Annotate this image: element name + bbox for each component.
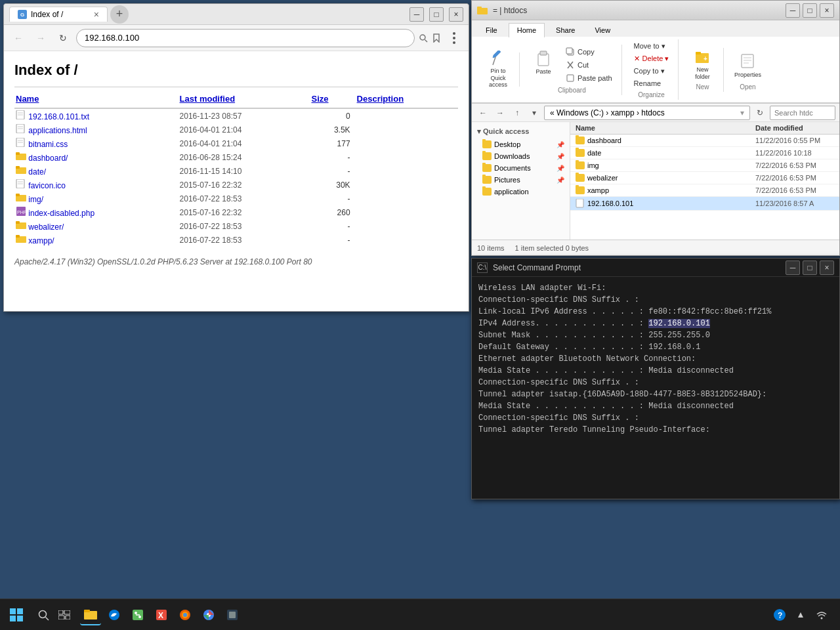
move-to-button[interactable]: Move to ▾ xyxy=(630,41,673,52)
maximize-button[interactable]: □ xyxy=(429,7,444,22)
back-button[interactable]: ← xyxy=(9,29,28,47)
tab-close-button[interactable]: × xyxy=(94,10,99,19)
taskbar-chrome[interactable] xyxy=(198,604,219,625)
file-link[interactable]: index-disabled.php xyxy=(28,209,94,218)
file-link[interactable]: date/ xyxy=(28,167,46,177)
explorer-list-item[interactable]: webalizer 7/22/2016 6:53 PM xyxy=(570,172,839,184)
file-modified-cell: 2016-04-01 21:04 xyxy=(178,123,310,136)
copy-button[interactable]: Copy xyxy=(562,46,616,58)
cmd-maximize-button[interactable]: □ xyxy=(803,261,817,275)
explorer-list-item[interactable]: xampp 7/22/2016 6:53 PM xyxy=(570,184,839,197)
file-link[interactable]: 192.168.0.101.txt xyxy=(28,112,89,121)
quick-access-header[interactable]: ▾ Quick access xyxy=(472,125,570,138)
folder-title-icon xyxy=(477,5,488,16)
ribbon-tab-home[interactable]: Home xyxy=(509,23,545,37)
forward-button[interactable]: → xyxy=(32,29,50,47)
exp-back-button[interactable]: ← xyxy=(476,106,490,120)
address-bar[interactable] xyxy=(76,29,415,47)
sidebar-item-documents[interactable]: Documents 📌 xyxy=(472,162,570,174)
control-panel-icon xyxy=(131,608,144,621)
start-button[interactable] xyxy=(0,599,33,631)
explorer-minimize-button[interactable]: ─ xyxy=(786,3,800,18)
file-link[interactable]: bitnami.css xyxy=(28,140,68,149)
pin-to-quick-access-button[interactable]: Pin to Quickaccess xyxy=(482,54,514,85)
cmd-close-button[interactable]: × xyxy=(820,261,834,275)
taskbar-app2[interactable] xyxy=(222,604,243,625)
copy-to-button[interactable]: Copy to ▾ xyxy=(630,66,673,77)
properties-label: Properties xyxy=(734,72,761,78)
table-row: xampp/ 2016-07-22 18:53 - xyxy=(14,233,458,247)
taskbar-firefox[interactable] xyxy=(175,604,196,625)
sidebar-label-desktop: Desktop xyxy=(494,140,520,148)
file-size-cell: 3.5K xyxy=(310,123,356,136)
svg-marker-2 xyxy=(434,34,439,42)
file-link[interactable]: img/ xyxy=(28,195,43,204)
close-button[interactable]: × xyxy=(449,7,463,22)
rename-button[interactable]: Rename xyxy=(630,78,673,89)
paste-path-button[interactable]: Paste path xyxy=(562,72,616,84)
col-header-modified[interactable]: Last modified xyxy=(178,93,310,108)
ribbon-tab-view[interactable]: View xyxy=(586,23,619,37)
cmd-minimize-button[interactable]: ─ xyxy=(786,261,800,275)
taskbar-file-explorer[interactable] xyxy=(80,604,101,625)
explorer-list-item[interactable]: 192.168.0.101 11/23/2016 8:57 A xyxy=(570,197,839,211)
sidebar-item-downloads[interactable]: Downloads 📌 xyxy=(472,150,570,162)
exp-recent-button[interactable]: ▾ xyxy=(527,106,541,120)
minimize-button[interactable]: ─ xyxy=(410,7,424,22)
file-name: webalizer xyxy=(587,174,618,182)
delete-button[interactable]: ✕ Delete ▾ xyxy=(630,53,673,64)
exp-refresh-button[interactable]: ↻ xyxy=(753,106,767,120)
svg-text:X: X xyxy=(158,611,163,620)
new-folder-button[interactable]: + Newfolder xyxy=(686,49,718,81)
reload-button[interactable]: ↻ xyxy=(54,29,72,47)
file-modified-cell: 2016-07-22 18:53 xyxy=(178,219,310,233)
search-taskbar-button[interactable] xyxy=(33,604,54,625)
search-input[interactable] xyxy=(770,106,835,120)
taskbar-control-panel[interactable] xyxy=(127,604,148,625)
page-title: Index of / xyxy=(14,62,458,79)
breadcrumb[interactable]: « Windows (C:) › xampp › htdocs ▾ xyxy=(544,106,750,120)
file-link[interactable]: favicon.ico xyxy=(28,181,66,190)
browser-nav: ← → ↻ xyxy=(4,25,469,51)
file-link[interactable]: applications.html xyxy=(28,126,87,135)
new-tab-button[interactable]: + xyxy=(110,5,129,24)
file-link[interactable]: webalizer/ xyxy=(28,222,64,232)
file-link[interactable]: xampp/ xyxy=(28,236,54,245)
tab-title: Index of / xyxy=(31,10,63,19)
server-info: Apache/2.4.17 (Win32) OpenSSL/1.0.2d PHP… xyxy=(14,257,458,266)
svg-text:PHP: PHP xyxy=(17,210,26,215)
taskbar-app1[interactable]: X xyxy=(151,604,172,625)
explorer-list-item[interactable]: img 7/22/2016 6:53 PM xyxy=(570,159,839,172)
new-folder-label: Newfolder xyxy=(695,66,710,81)
app2-icon xyxy=(226,608,239,621)
explorer-list-item[interactable]: date 11/22/2016 10:18 xyxy=(570,147,839,159)
file-link[interactable]: dashboard/ xyxy=(28,154,68,163)
tray-help-button[interactable]: ? xyxy=(769,604,790,625)
paste-button[interactable]: Paste xyxy=(528,46,559,77)
exp-up-button[interactable]: ↑ xyxy=(510,106,524,120)
task-view-icon xyxy=(58,610,70,620)
col-header-name[interactable]: Name xyxy=(14,93,178,108)
network-wifi-icon xyxy=(816,610,827,620)
taskbar-edge[interactable] xyxy=(104,604,125,625)
network-icon[interactable] xyxy=(811,604,832,625)
explorer-close-button[interactable]: × xyxy=(820,3,834,18)
file-name: dashboard xyxy=(587,136,621,144)
sidebar-item-pictures[interactable]: Pictures 📌 xyxy=(472,174,570,186)
explorer-maximize-button[interactable]: □ xyxy=(803,3,817,18)
col-modified-header[interactable]: Date modified xyxy=(755,124,834,132)
cut-button[interactable]: Cut xyxy=(562,59,616,71)
svg-rect-35 xyxy=(567,75,574,81)
col-name-header[interactable]: Name xyxy=(576,124,755,132)
exp-forward-button[interactable]: → xyxy=(493,106,507,120)
browser-tab[interactable]: G Index of / × xyxy=(9,7,108,22)
ribbon-tab-share[interactable]: Share xyxy=(547,23,583,37)
sidebar-item-desktop[interactable]: Desktop 📌 xyxy=(472,138,570,150)
properties-button[interactable]: Properties xyxy=(732,49,763,81)
sidebar-item-application[interactable]: application xyxy=(472,186,570,198)
browser-menu-button[interactable] xyxy=(445,29,463,47)
explorer-list-item[interactable]: dashboard 11/22/2016 0:55 PM xyxy=(570,135,839,147)
col-header-size[interactable]: Size xyxy=(310,93,356,108)
task-view-button[interactable] xyxy=(54,604,75,625)
ribbon-tab-file[interactable]: File xyxy=(477,23,506,37)
